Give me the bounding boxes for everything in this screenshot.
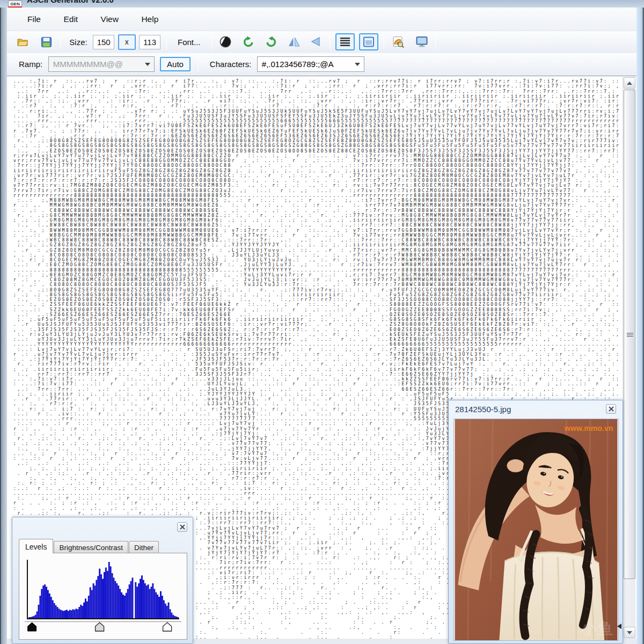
colored-image-magnifier-icon — [392, 35, 405, 48]
collapse-arrow-icon[interactable] — [617, 624, 621, 629]
triangle-up-icon — [627, 82, 632, 85]
save-floppy-icon — [40, 36, 53, 48]
invert-button[interactable] — [217, 34, 233, 50]
histogram-y-axis — [27, 560, 28, 619]
app-icon: GEN — [8, 1, 22, 8]
histogram-x-axis — [27, 618, 179, 619]
open-button[interactable] — [14, 34, 31, 50]
app-window: GEN ASCII Generator v2.0.0 File Edit Vie… — [0, 0, 644, 644]
tab-dither[interactable]: Dither — [129, 541, 159, 553]
text-lines-icon — [339, 36, 351, 48]
close-icon — [180, 524, 185, 530]
text-view-toggle[interactable] — [335, 33, 355, 50]
levels-sliders — [24, 621, 185, 633]
menu-bar: File Edit View Help — [7, 8, 636, 31]
ramp-label: Ramp: — [19, 60, 42, 69]
slider-black[interactable] — [28, 623, 36, 631]
close-icon — [609, 406, 614, 412]
menu-file[interactable]: File — [19, 8, 49, 31]
title-bar[interactable]: GEN ASCII Generator v2.0.0 — [0, 0, 644, 8]
contrast-circle-icon — [219, 35, 232, 48]
flip-vertical-button[interactable] — [308, 34, 324, 50]
toolbar-separator — [330, 34, 330, 49]
histogram — [27, 560, 180, 619]
characters-label: Characters: — [210, 60, 252, 69]
preview-title: 28142550-5.jpg — [455, 405, 511, 414]
toolbar-separator — [435, 34, 436, 49]
characters-combobox[interactable]: #,.0123456789:;@A — [257, 56, 364, 72]
flip-horizontal-button[interactable] — [286, 34, 302, 50]
vertical-scrollbar[interactable] — [623, 77, 635, 639]
save-image-button[interactable] — [390, 34, 406, 50]
menu-edit[interactable]: Edit — [55, 8, 86, 31]
watermark-text: www.mmo.vn — [564, 424, 613, 433]
scrollbar-thumb[interactable] — [624, 90, 635, 579]
histogram-bars — [28, 562, 179, 618]
width-input[interactable] — [93, 35, 114, 49]
ramp-combobox[interactable]: MMMMMMMM@@ — [48, 56, 155, 72]
rotate-cw-icon — [265, 35, 277, 48]
tab-levels[interactable]: Levels — [19, 539, 53, 553]
image-frame-icon — [363, 36, 375, 48]
characters-value: #,.0123456789:;@A — [258, 60, 338, 69]
open-folder-icon — [16, 35, 29, 48]
rotate-ccw-button[interactable] — [240, 34, 257, 50]
toolbar-separator — [384, 34, 384, 49]
levels-tabs: Levels Brightness/Contrast Dither — [19, 539, 159, 553]
slider-white[interactable] — [163, 623, 172, 631]
scroll-up-button[interactable] — [624, 77, 635, 89]
lock-aspect-button[interactable]: x — [118, 34, 136, 50]
portrait-photo-illustration: www.mmo.vn 小鱼 — [454, 419, 618, 640]
preview-close-button[interactable] — [606, 404, 616, 414]
toolbar-separator — [198, 57, 199, 72]
levels-tab-page — [19, 553, 187, 640]
ramp-toolbar: Ramp: MMMMMMMM@@ Auto Characters: #,.012… — [7, 53, 636, 76]
scroll-down-button[interactable] — [624, 627, 635, 638]
height-input[interactable] — [139, 35, 160, 49]
source-photo: www.mmo.vn 小鱼 — [453, 419, 619, 641]
rotate-cw-button[interactable] — [263, 34, 279, 50]
levels-close-button[interactable] — [177, 522, 187, 532]
auto-button[interactable]: Auto — [160, 57, 191, 71]
toolbar-separator — [211, 34, 212, 49]
image-view-toggle[interactable] — [359, 33, 378, 50]
save-button[interactable] — [38, 34, 54, 50]
ramp-value: MMMMMMMM@@ — [49, 60, 127, 69]
window-border-left — [0, 8, 7, 644]
toolbar-separator — [166, 34, 167, 49]
menu-help[interactable]: Help — [133, 8, 167, 31]
window-title: ASCII Generator v2.0.0 — [27, 0, 114, 4]
slider-mid[interactable] — [96, 623, 104, 631]
svg-text:小鱼: 小鱼 — [580, 619, 613, 637]
monitor-icon — [415, 35, 428, 48]
menu-view[interactable]: View — [92, 8, 127, 31]
flip-horizontal-icon — [288, 35, 301, 48]
chevron-down-icon — [145, 63, 150, 66]
toolbar-separator — [60, 34, 61, 49]
scrollbar-grip — [627, 333, 633, 338]
size-label: Size: — [69, 38, 87, 47]
rotate-ccw-icon — [242, 35, 255, 48]
flip-vertical-icon — [309, 35, 322, 48]
levels-panel: Levels Brightness/Contrast Dither — [12, 517, 193, 644]
preview-window: 28142550-5.jpg — [448, 400, 623, 644]
fullscreen-button[interactable] — [414, 34, 430, 50]
main-toolbar: Size: x Font... — [7, 31, 636, 53]
chevron-down-icon — [355, 63, 360, 66]
tab-brightness-contrast[interactable]: Brightness/Contrast — [54, 541, 128, 553]
window-border-right — [636, 8, 644, 644]
font-button[interactable]: Font... — [172, 35, 206, 49]
triangle-down-icon — [627, 631, 632, 634]
